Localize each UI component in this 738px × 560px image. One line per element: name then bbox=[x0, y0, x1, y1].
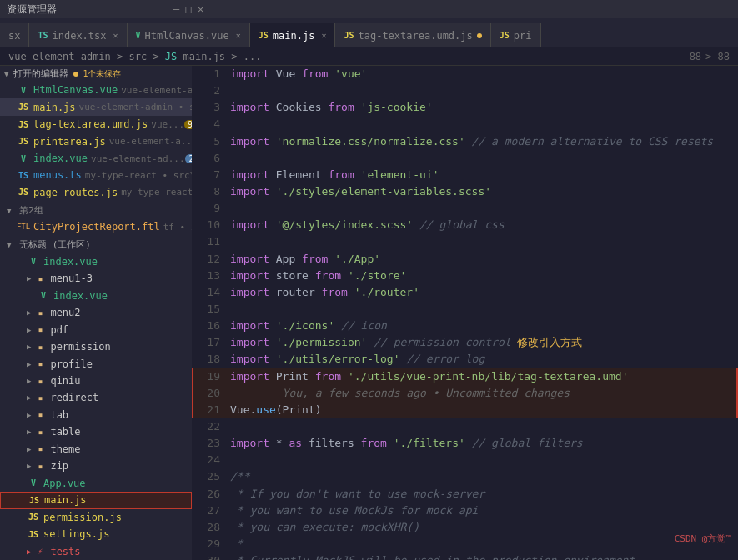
file-detail: vue-element-ad... bbox=[91, 153, 185, 164]
code-line-23: 23 import * as filters from './filters' … bbox=[193, 435, 737, 452]
folder-icon: ▪ bbox=[33, 306, 47, 319]
tree-table[interactable]: ▶ ▪ table bbox=[0, 423, 192, 440]
tree-zip[interactable]: ▶ ▪ zip bbox=[0, 458, 192, 474]
code-line-8: 8 import './styles/element-variables.scs… bbox=[193, 183, 737, 200]
file-detail: tf • zxxyp... bbox=[163, 222, 192, 232]
code-table: 1 import Vue from 'vue' 2 3 import Cooki… bbox=[192, 66, 738, 560]
code-line-5: 5 import 'normalize.css/normalize.css' /… bbox=[193, 133, 737, 150]
open-editors-label: 打开的编辑器 bbox=[13, 68, 68, 80]
tab-index-tsx[interactable]: TS index.tsx ✕ bbox=[29, 22, 127, 48]
vue-icon: V bbox=[27, 477, 40, 490]
tree-permission[interactable]: ▶ ▪ permission bbox=[0, 338, 192, 355]
tab-close-icon[interactable]: ✕ bbox=[321, 31, 326, 40]
folder-icon: ▪ bbox=[33, 340, 47, 353]
tab-label: main.js bbox=[273, 30, 315, 42]
vue-icon: V bbox=[27, 255, 40, 268]
tab-tag-textarea[interactable]: JS tag-textarea.umd.js bbox=[335, 22, 490, 48]
code-line-20: 20 You, a few seconds ago • Uncommitted … bbox=[193, 385, 737, 402]
tree-menu2[interactable]: ▶ ▪ menu2 bbox=[0, 304, 192, 321]
code-line-13: 13 import store from './store' bbox=[193, 268, 737, 284]
code-line-3: 3 import Cookies from 'js-cookie' bbox=[193, 99, 737, 116]
workspace-text: 无标题 (工作区) bbox=[19, 239, 91, 250]
folder-icon: ⚡ bbox=[33, 545, 47, 558]
tree-settingsjs[interactable]: JS settings.js bbox=[0, 526, 192, 542]
tree-permissionjs[interactable]: JS permission.js bbox=[0, 509, 192, 526]
tab-htmlcanvas[interactable]: V HtmlCanvas.vue ✕ bbox=[128, 22, 250, 48]
gutter-hint: 88 bbox=[690, 51, 701, 62]
breadcrumb: vue-element-admin > src > JS main.js > .… bbox=[8, 51, 261, 62]
editor-wrapper[interactable]: 1 import Vue from 'vue' 2 3 import Cooki… bbox=[192, 66, 738, 560]
tab-close-icon[interactable]: ✕ bbox=[113, 31, 118, 40]
code-line-12: 12 import App from './App' bbox=[193, 251, 737, 268]
filename: CityProjectReport.ftl bbox=[33, 221, 160, 232]
chevron-icon: ▶ bbox=[27, 428, 31, 436]
code-line-24: 24 bbox=[193, 452, 737, 468]
breadcrumb-bar: vue-element-admin > src > JS main.js > .… bbox=[0, 48, 738, 66]
js-icon: JS bbox=[27, 511, 40, 524]
chevron-icon: ▶ bbox=[27, 326, 31, 334]
code-line-14: 14 import router from './router' bbox=[193, 284, 737, 301]
filename: App.vue bbox=[43, 478, 86, 489]
filename: profile bbox=[50, 358, 93, 370]
title-bar: 资源管理器 — □ ✕ bbox=[0, 0, 738, 18]
open-file-tag-textarea[interactable]: JS tag-textarea.umd.js vue... 9+ bbox=[0, 116, 192, 132]
filename: menus.ts bbox=[33, 169, 82, 181]
tree-menu1-3-index[interactable]: V index.vue bbox=[0, 288, 192, 304]
tab-close-icon[interactable]: ✕ bbox=[236, 31, 241, 40]
badge: 2 bbox=[185, 154, 192, 163]
open-editors-header: ▼ 打开的编辑器 1个未保存 bbox=[0, 66, 192, 82]
open-file-printarea[interactable]: JS printarea.js vue-element-a... 5 bbox=[0, 132, 192, 149]
code-line-22: 22 bbox=[193, 418, 737, 435]
tree-appvue[interactable]: V App.vue bbox=[0, 475, 192, 492]
tree-index-vue[interactable]: V index.vue bbox=[0, 253, 192, 270]
editor-area: 1 import Vue from 'vue' 2 3 import Cooki… bbox=[192, 66, 738, 560]
filename: index.vue bbox=[33, 152, 88, 164]
open-file-cityproject[interactable]: FTL CityProjectReport.ftl tf • zxxyp... bbox=[0, 218, 192, 235]
tree-redirect[interactable]: ▶ ▪ redirect bbox=[0, 389, 192, 406]
filename: zip bbox=[50, 460, 68, 472]
vue-icon: V bbox=[17, 83, 30, 97]
filename: table bbox=[50, 426, 80, 438]
folder-icon: ▪ bbox=[33, 459, 47, 472]
js-icon: JS bbox=[500, 31, 510, 40]
open-file-indexvue[interactable]: V index.vue vue-element-ad... 2 bbox=[0, 150, 192, 167]
code-line-21: 21 Vue.use(Print) bbox=[193, 402, 737, 418]
unsaved-count: 1个未保存 bbox=[83, 68, 121, 80]
code-line-27: 27 * you want to use MockJs for mock api bbox=[193, 502, 737, 519]
chevron-icon: ▶ bbox=[27, 462, 31, 470]
open-file-menus[interactable]: TS menus.ts my-type-react • src\a... bbox=[0, 167, 192, 183]
tab-label: pri bbox=[514, 30, 532, 42]
tab-label: sx bbox=[8, 30, 20, 42]
tree-theme[interactable]: ▶ ▪ theme bbox=[0, 441, 192, 458]
tree-tests[interactable]: ▶ ⚡ tests bbox=[0, 542, 192, 559]
tree-profile[interactable]: ▶ ▪ profile bbox=[0, 355, 192, 372]
tab-main-js[interactable]: JS main.js ✕ bbox=[250, 22, 336, 48]
tab-label: HtmlCanvas.vue bbox=[145, 30, 229, 42]
open-file-mainjs[interactable]: JS main.js vue-element-admin • src bbox=[0, 98, 192, 115]
tree-qiniu[interactable]: ▶ ▪ qiniu bbox=[0, 372, 192, 389]
tab-label: index.tsx bbox=[53, 30, 107, 42]
tree-pdf[interactable]: ▶ ▪ pdf bbox=[0, 321, 192, 338]
folder-icon: ▪ bbox=[33, 391, 47, 404]
gutter-label: > 88 bbox=[705, 51, 730, 62]
open-file-htmlcanvas[interactable]: V HtmlCanvas.vue vue-element-a... bbox=[0, 82, 192, 98]
js-icon: JS bbox=[17, 135, 30, 148]
tree-tab[interactable]: ▶ ▪ tab bbox=[0, 407, 192, 423]
tab-sx[interactable]: sx bbox=[0, 22, 29, 48]
tab-pri[interactable]: JS pri bbox=[491, 22, 541, 48]
file-detail: my-type-react • ... bbox=[121, 187, 192, 198]
filename: theme bbox=[50, 443, 80, 455]
tree-mainjs[interactable]: JS main.js bbox=[0, 492, 192, 509]
filename: permission bbox=[50, 341, 110, 352]
filename: menu2 bbox=[50, 307, 80, 318]
tree-menu1-3[interactable]: ▶ ▪ menu1-3 bbox=[0, 270, 192, 287]
file-detail: vue... bbox=[151, 119, 184, 130]
filename: page-routes.js bbox=[33, 187, 118, 198]
file-detail: vue-element-a... bbox=[109, 136, 192, 147]
filename: tab bbox=[50, 409, 68, 421]
code-line-29: 29 * bbox=[193, 536, 737, 552]
ts-icon: TS bbox=[17, 168, 30, 182]
open-file-pageroutes[interactable]: JS page-routes.js my-type-react • ... bbox=[0, 184, 192, 201]
vue-icon: V bbox=[37, 289, 50, 302]
code-line-26: 26 * If you don't want to use mock-serve… bbox=[193, 486, 737, 502]
